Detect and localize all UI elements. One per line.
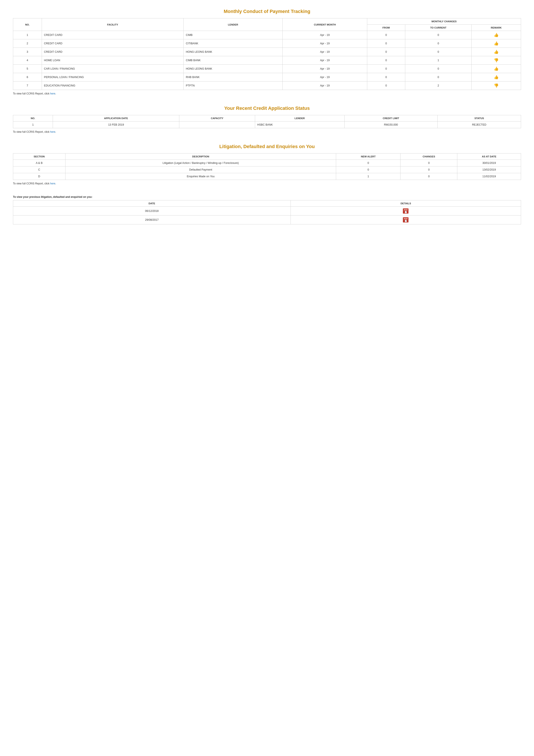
cell-lender: CIMB BANK	[184, 56, 283, 65]
table-row: 1 CREDIT CARD CIMB Apr - 19 0 0 👍	[13, 31, 521, 39]
table-row: 5 CAR LOAN / FINANCING HONG LEONG BANK A…	[13, 65, 521, 73]
cell-section: D	[13, 173, 65, 180]
pdf-icon[interactable]: PDF📄	[403, 217, 409, 223]
cell-details: PDF📄	[291, 207, 521, 216]
cell-from: 0	[367, 56, 405, 65]
cell-remark: 👍	[471, 48, 521, 56]
cell-changes: 0	[400, 160, 457, 167]
cell-description: Enquiries Made on You	[65, 173, 336, 180]
col-facility: FACILITY	[42, 18, 184, 31]
monthly-conduct-table: NO. FACILITY LENDER CURRENT MONTH MONTHL…	[13, 18, 521, 90]
col-capacity: CAPACITY	[179, 115, 255, 122]
cell-no: 6	[13, 73, 42, 82]
credit-application-table: NO. APPLICATION DATE CAPACITY LENDER CRE…	[13, 115, 521, 128]
cell-new-alert: 1	[336, 173, 400, 180]
cell-description: Litigation (Legal Action / Bankruptcy / …	[65, 160, 336, 167]
cell-to-current: 0	[405, 48, 471, 56]
cell-facility: CREDIT CARD	[42, 31, 184, 39]
cell-to-current: 0	[405, 73, 471, 82]
cell-from: 0	[367, 73, 405, 82]
cell-no: 4	[13, 56, 42, 65]
table-row: 7 EDUCATION FINANCING PTPTN Apr - 19 0 2…	[13, 82, 521, 90]
cell-facility: EDUCATION FINANCING	[42, 82, 184, 90]
col-current-month: CURRENT MONTH	[283, 18, 367, 31]
table-row: C Defaulted Payment 0 0 13/02/2019	[13, 167, 521, 173]
cell-no: 5	[13, 65, 42, 73]
cell-lender: PTPTN	[184, 82, 283, 90]
cell-no: 2	[13, 39, 42, 48]
cell-remark: 👎	[471, 82, 521, 90]
litigation-table: SECTION DESCRIPTION NEW ALERT CHANGES AS…	[13, 153, 521, 180]
cell-remark: 👍	[471, 65, 521, 73]
cell-from: 0	[367, 82, 405, 90]
cell-no: 7	[13, 82, 42, 90]
col-date: DATE	[13, 201, 291, 207]
ccris-link-1: To view full CCRIS Report, click here.	[13, 92, 521, 95]
col-no: NO.	[13, 18, 42, 31]
cell-to-current: 0	[405, 31, 471, 39]
cell-facility: CREDIT CARD	[42, 39, 184, 48]
section-litigation: Litigation, Defaulted and Enquiries on Y…	[13, 144, 521, 185]
cell-facility: HOME LOAN	[42, 56, 184, 65]
cell-current-month: Apr - 19	[283, 82, 367, 90]
thumb-down-icon: 👎	[494, 58, 498, 63]
thumb-up-icon: 👍	[494, 50, 498, 54]
table-row: 6 PERSONAL LOAN / FINANCING RHB BANK Apr…	[13, 73, 521, 82]
table-row: A & B Litigation (Legal Action / Bankrup…	[13, 160, 521, 167]
prev-litigation-label: To view your previous litigation, defaul…	[13, 196, 521, 199]
section2-title: Your Recent Credit Application Status	[13, 105, 521, 111]
col-status: STATUS	[438, 115, 521, 122]
cell-as-at-date: 13/02/2019	[457, 167, 521, 173]
cell-as-at-date: 11/02/2019	[457, 173, 521, 180]
table-row: 1 13 FEB 2019 HSBC BANK RM150,000 REJECT…	[13, 122, 521, 128]
pdf-icon[interactable]: PDF📄	[403, 208, 409, 214]
thumb-down-icon: 👎	[494, 83, 498, 88]
table-row: 3 CREDIT CARD HONG LEONG BANK Apr - 19 0…	[13, 48, 521, 56]
ccris-here-link-3[interactable]: here	[50, 182, 55, 185]
cell-current-month: Apr - 19	[283, 73, 367, 82]
cell-from: 0	[367, 48, 405, 56]
cell-no: 1	[13, 122, 53, 128]
cell-facility: PERSONAL LOAN / FINANCING	[42, 73, 184, 82]
col-details: DETAILS	[291, 201, 521, 207]
cell-from: 0	[367, 65, 405, 73]
cell-new-alert: 0	[336, 167, 400, 173]
cell-remark: 👍	[471, 73, 521, 82]
cell-no: 3	[13, 48, 42, 56]
thumb-up-icon: 👍	[494, 67, 498, 71]
cell-capacity	[179, 122, 255, 128]
col-new-alert: NEW ALERT	[336, 153, 400, 160]
cell-section: C	[13, 167, 65, 173]
ccris-here-link-2[interactable]: here	[50, 130, 55, 133]
cell-to-current: 0	[405, 65, 471, 73]
cell-to-current: 0	[405, 39, 471, 48]
col-lender-2: LENDER	[255, 115, 344, 122]
cell-lender: CITIBANK	[184, 39, 283, 48]
cell-current-month: Apr - 19	[283, 39, 367, 48]
cell-current-month: Apr - 19	[283, 31, 367, 39]
cell-lender: HSBC BANK	[255, 122, 344, 128]
cell-changes: 0	[400, 167, 457, 173]
col-remark: REMARK	[471, 25, 521, 31]
cell-facility: CREDIT CARD	[42, 48, 184, 56]
cell-lender: CIMB	[184, 31, 283, 39]
col-to-current: TO CURRENT	[405, 25, 471, 31]
cell-date: 29/08/2017	[13, 216, 291, 225]
table-row: 29/08/2017 PDF📄	[13, 216, 521, 225]
table-row: 4 HOME LOAN CIMB BANK Apr - 19 0 1 👎	[13, 56, 521, 65]
cell-application-date: 13 FEB 2019	[53, 122, 179, 128]
col-section: SECTION	[13, 153, 65, 160]
cell-details: PDF📄	[291, 216, 521, 225]
cell-from: 0	[367, 39, 405, 48]
section-credit-application: Your Recent Credit Application Status NO…	[13, 105, 521, 133]
col-credit-limit: CREDIT LIMIT	[344, 115, 438, 122]
thumb-up-icon: 👍	[494, 75, 498, 79]
cell-current-month: Apr - 19	[283, 65, 367, 73]
section3-title: Litigation, Defaulted and Enquiries on Y…	[13, 144, 521, 149]
ccris-here-link-1[interactable]: here	[50, 92, 55, 95]
cell-as-at-date: 30/01/2019	[457, 160, 521, 167]
table-row: 06/12/2018 PDF📄	[13, 207, 521, 216]
table-row: D Enquiries Made on You 1 0 11/02/2019	[13, 173, 521, 180]
thumb-up-icon: 👍	[494, 33, 498, 37]
cell-no: 1	[13, 31, 42, 39]
